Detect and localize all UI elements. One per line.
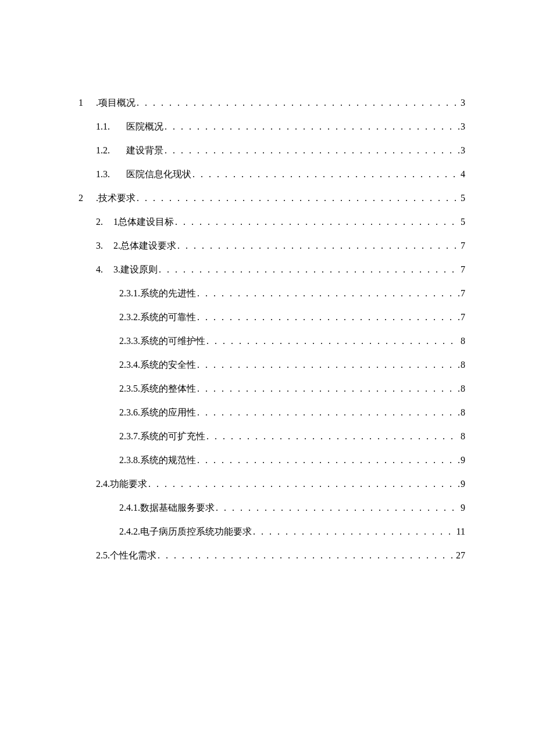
toc-title: 2.3.5.系统的整体性	[119, 382, 196, 396]
toc-title: 2.4.功能要求	[96, 477, 147, 491]
toc-dots	[216, 501, 459, 515]
toc-page: 11	[456, 525, 465, 539]
toc-entry: 1.3. 医院信息化现状 4	[79, 167, 465, 181]
toc-num: 1.1.	[96, 120, 126, 134]
toc-page: 9	[461, 453, 465, 467]
toc-num: 2.	[96, 215, 113, 229]
toc-num: 1.2.	[96, 144, 126, 157]
toc-page: 5	[461, 191, 465, 205]
toc-page: 8	[461, 382, 465, 396]
toc-page: 7	[461, 286, 465, 300]
toc-title: 2.4.2.电子病历质控系统功能要求	[119, 525, 252, 539]
toc-dots	[197, 286, 459, 300]
toc-entry: 2.3.7.系统的可扩充性 8	[79, 429, 465, 443]
toc-title: 2.3.6.系统的应用性	[119, 406, 196, 420]
toc-page: 7	[461, 310, 465, 324]
toc-dots	[177, 239, 459, 253]
toc-dots	[192, 167, 459, 181]
toc-entry: 1 .项目概况 3	[79, 96, 465, 110]
toc-entry: 2.3.2.系统的可靠性 7	[79, 310, 465, 324]
toc-entry: 2.3.8.系统的规范性 9	[79, 453, 465, 467]
toc-entry: 2 .技术要求 5	[79, 191, 465, 205]
toc-page: 3	[461, 144, 465, 157]
toc-title: 2.3.3.系统的可维护性	[119, 334, 205, 348]
toc-page: 5	[461, 215, 465, 229]
toc-dots	[137, 191, 459, 205]
toc-num: 3.	[96, 239, 113, 253]
toc-entry: 2.3.1.系统的先进性 7	[79, 286, 465, 300]
toc-entry: 2.3.3.系统的可维护性 8	[79, 334, 465, 348]
toc-title: 3.建设原则	[113, 263, 158, 277]
toc-dots	[159, 263, 459, 277]
toc-title: 2.5.个性化需求	[96, 549, 156, 562]
toc-page: 4	[461, 167, 465, 181]
toc-title: 2.4.1.数据基础服务要求	[119, 501, 215, 515]
toc-dots	[137, 96, 459, 110]
toc-title: .技术要求	[96, 191, 135, 205]
toc-dots	[165, 120, 459, 134]
toc-page: 27	[456, 549, 465, 562]
toc-entry: 4. 3.建设原则 7	[79, 263, 465, 277]
toc-entry: 2.4.功能要求 9	[79, 477, 465, 491]
toc-dots	[148, 477, 459, 491]
toc-entry: 1.1. 医院概况 3	[79, 120, 465, 134]
toc-title: 2.3.4.系统的安全性	[119, 358, 196, 372]
toc-entry: 2.5.个性化需求 27	[79, 549, 465, 562]
toc-dots	[197, 453, 459, 467]
toc-page: 9	[461, 501, 465, 515]
toc-page: 3	[461, 120, 465, 134]
toc-page: 7	[461, 239, 465, 253]
toc-entry: 2.4.1.数据基础服务要求 9	[79, 501, 465, 515]
toc-page: 3	[461, 96, 465, 110]
toc-title: 医院信息化现状	[126, 167, 191, 181]
toc-dots	[253, 525, 455, 539]
toc-title: 2.3.8.系统的规范性	[119, 453, 196, 467]
toc-title: 建设背景	[126, 144, 163, 157]
toc-num: 1.3.	[96, 167, 126, 181]
toc-dots	[197, 358, 459, 372]
toc-num: 4.	[96, 263, 113, 277]
toc-title: 2.总体建设要求	[113, 239, 176, 253]
toc-page: 9	[461, 477, 465, 491]
toc-dots	[197, 382, 459, 396]
table-of-contents: 1 .项目概况 3 1.1. 医院概况 3 1.2. 建设背景 3 1.3. 医…	[79, 96, 465, 562]
toc-title: .项目概况	[96, 96, 135, 110]
toc-title: 医院概况	[126, 120, 163, 134]
toc-dots	[206, 429, 459, 443]
toc-num: 1	[79, 96, 96, 110]
toc-entry: 2.3.5.系统的整体性 8	[79, 382, 465, 396]
toc-num: 2	[79, 191, 96, 205]
toc-entry: 2. 1总体建设目标 5	[79, 215, 465, 229]
toc-page: 8	[461, 429, 465, 443]
toc-dots	[175, 215, 459, 229]
toc-entry: 2.3.6.系统的应用性 8	[79, 406, 465, 420]
toc-dots	[158, 549, 455, 562]
toc-title: 2.3.1.系统的先进性	[119, 286, 196, 300]
toc-entry: 2.4.2.电子病历质控系统功能要求 11	[79, 525, 465, 539]
toc-page: 8	[461, 334, 465, 348]
toc-title: 1总体建设目标	[113, 215, 174, 229]
toc-dots	[206, 334, 459, 348]
toc-dots	[165, 144, 459, 157]
toc-page: 7	[461, 263, 465, 277]
toc-dots	[197, 310, 459, 324]
toc-dots	[197, 406, 459, 420]
toc-entry: 2.3.4.系统的安全性 8	[79, 358, 465, 372]
toc-title: 2.3.2.系统的可靠性	[119, 310, 196, 324]
toc-page: 8	[461, 358, 465, 372]
toc-entry: 1.2. 建设背景 3	[79, 144, 465, 157]
toc-page: 8	[461, 406, 465, 420]
toc-title: 2.3.7.系统的可扩充性	[119, 429, 205, 443]
toc-entry: 3. 2.总体建设要求 7	[79, 239, 465, 253]
